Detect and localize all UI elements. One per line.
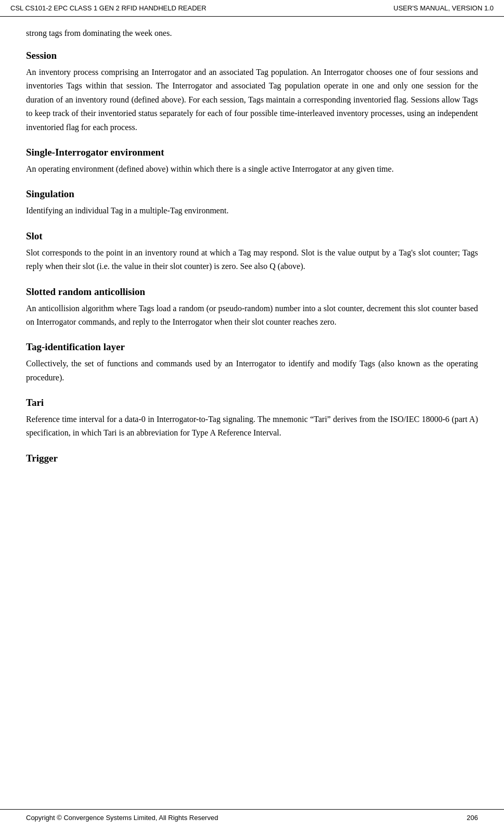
section-title-single-interrogator: Single-Interrogator environment [26, 147, 478, 158]
footer-page-number: 206 [467, 814, 478, 822]
section-body-session: An inventory process comprising an Inter… [26, 66, 478, 134]
page-content: strong tags from dominating the week one… [0, 17, 504, 497]
section-title-slotted-random: Slotted random anticollision [26, 286, 478, 298]
section-single-interrogator: Single-Interrogator environmentAn operat… [26, 147, 478, 176]
page-header: CSL CS101-2 EPC CLASS 1 GEN 2 RFID HANDH… [0, 0, 504, 17]
section-title-tag-identification: Tag-identification layer [26, 341, 478, 353]
section-trigger: Trigger [26, 453, 478, 464]
footer-copyright: Copyright © Convergence Systems Limited,… [26, 814, 218, 822]
section-title-slot: Slot [26, 231, 478, 242]
page-footer: Copyright © Convergence Systems Limited,… [0, 809, 504, 822]
section-slot: SlotSlot corresponds to the point in an … [26, 231, 478, 274]
section-tari: TariReference time interval for a data-0… [26, 397, 478, 440]
section-body-single-interrogator: An operating environment (defined above)… [26, 162, 478, 176]
section-body-singulation: Identifying an individual Tag in a multi… [26, 204, 478, 217]
page-container: CSL CS101-2 EPC CLASS 1 GEN 2 RFID HANDH… [0, 0, 504, 832]
section-slotted-random: Slotted random anticollisionAn anticolli… [26, 286, 478, 329]
section-body-slot: Slot corresponds to the point in an inve… [26, 246, 478, 274]
section-title-tari: Tari [26, 397, 478, 408]
section-title-singulation: Singulation [26, 188, 478, 200]
section-session: SessionAn inventory process comprising a… [26, 50, 478, 134]
header-left: CSL CS101-2 EPC CLASS 1 GEN 2 RFID HANDH… [10, 4, 206, 12]
section-body-tag-identification: Collectively, the set of functions and c… [26, 357, 478, 385]
section-tag-identification: Tag-identification layerCollectively, th… [26, 341, 478, 385]
section-title-trigger: Trigger [26, 453, 478, 464]
section-title-session: Session [26, 50, 478, 61]
section-body-tari: Reference time interval for a data-0 in … [26, 413, 478, 440]
section-singulation: SingulationIdentifying an individual Tag… [26, 188, 478, 217]
section-body-slotted-random: An anticollision algorithm where Tags lo… [26, 302, 478, 329]
header-right: USER'S MANUAL, VERSION 1.0 [394, 4, 494, 12]
sections-container: SessionAn inventory process comprising a… [26, 50, 478, 464]
intro-text: strong tags from dominating the week one… [26, 27, 478, 40]
